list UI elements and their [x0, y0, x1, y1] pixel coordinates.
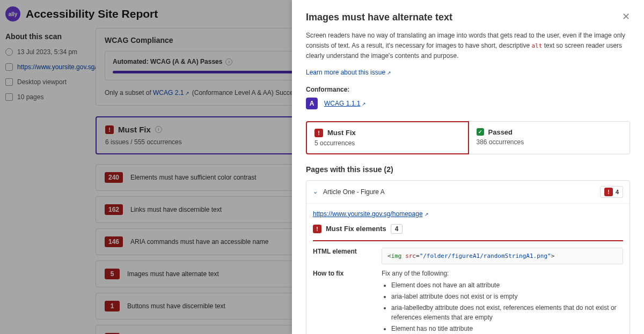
- page-accordion: ⌄ Article One - Figure A ! 4 https://www…: [306, 180, 630, 334]
- how-to-fix-label: How to fix: [313, 270, 371, 277]
- check-icon: ✓: [477, 128, 484, 136]
- learn-more-link[interactable]: Learn more about this issue: [306, 69, 392, 76]
- external-icon: [387, 69, 392, 73]
- mustfix-sub: 5 occurrences: [314, 139, 460, 147]
- external-icon: [425, 210, 429, 215]
- fix-list: Fix any of the following: Element does n…: [382, 270, 623, 334]
- page-url-link[interactable]: https://www.yoursite.gov.sg/homepage: [306, 204, 630, 224]
- fix-item: aria-label attribute does not exist or i…: [391, 292, 623, 301]
- page-issue-count: ! 4: [600, 186, 623, 198]
- chevron-down-icon: ⌄: [313, 188, 318, 195]
- passed-sub: 386 occurrences: [477, 138, 623, 146]
- conformance-label: Conformance:: [306, 86, 630, 93]
- fix-intro: Fix any of the following:: [382, 270, 623, 277]
- drawer-title: Images must have alternate text: [306, 12, 452, 23]
- close-icon[interactable]: ✕: [622, 12, 630, 21]
- mf-elements-count: 4: [391, 224, 403, 234]
- element-block: HTML element <img src="/folder/figureA1/…: [306, 241, 630, 334]
- conformance-a-badge: A: [306, 98, 318, 109]
- must-fix-badge-icon: !: [604, 188, 613, 196]
- wcag-ref-link[interactable]: WCAG 1.1.1: [324, 100, 367, 107]
- occurrence-tabs: ! Must Fix 5 occurrences ✓ Passed 386 oc…: [306, 121, 630, 154]
- passed-label: Passed: [488, 128, 513, 136]
- pages-with-issue-heading: Pages with this issue (2): [306, 165, 630, 174]
- drawer-description: Screen readers have no way of translatin…: [306, 31, 630, 62]
- mustfix-label: Must Fix: [327, 129, 356, 137]
- html-element-code: <img src="/folder/figureA1/randomStringA…: [382, 248, 623, 264]
- html-element-label: HTML element: [313, 248, 371, 255]
- mf-elements-label: Must Fix elements: [326, 225, 386, 233]
- fix-item: Element has no title attribute: [391, 324, 623, 333]
- tab-mustfix-occ[interactable]: ! Must Fix 5 occurrences: [306, 121, 469, 154]
- must-fix-badge-icon: !: [313, 225, 321, 233]
- issue-detail-drawer: Images must have alternate text ✕ Screen…: [292, 0, 644, 334]
- page-name: Article One - Figure A: [323, 188, 385, 196]
- accordion-header[interactable]: ⌄ Article One - Figure A ! 4: [306, 181, 630, 204]
- tab-passed-occ[interactable]: ✓ Passed 386 occurrences: [469, 121, 631, 154]
- must-fix-badge-icon: !: [314, 129, 323, 137]
- fix-item: Element does not have an alt attribute: [391, 280, 623, 290]
- external-icon: [362, 100, 367, 105]
- count-value: 4: [616, 189, 619, 195]
- fix-item: aria-labelledby attribute does not exist…: [391, 303, 623, 322]
- alt-code: alt: [531, 42, 542, 49]
